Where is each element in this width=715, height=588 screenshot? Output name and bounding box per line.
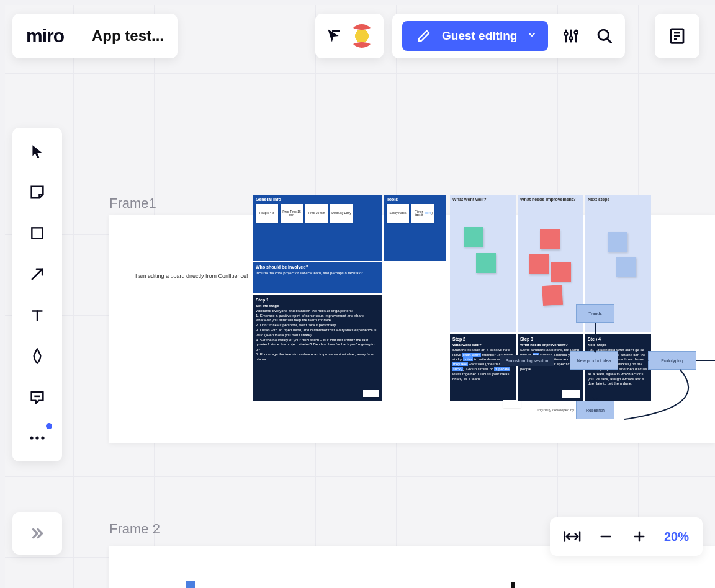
credit-text: Originally developed by — [536, 408, 574, 412]
guest-editing-button[interactable]: Guest editing — [402, 21, 548, 51]
edit-note-text: I am editing a board directly from Confl… — [135, 273, 248, 279]
step1-time: 5 min — [363, 390, 379, 397]
flow-line — [696, 360, 715, 361]
shape-tool[interactable] — [24, 220, 51, 247]
flow-line — [595, 323, 596, 351]
sticky-blue[interactable] — [616, 257, 636, 277]
presence-panel — [315, 14, 384, 58]
step3-heading: What needs improvement? — [520, 343, 581, 348]
step2-card: Step 2 What went well? Start the session… — [450, 334, 516, 401]
retro-template: General info People 4-8 Prep Time 15 min… — [253, 195, 651, 401]
tools-note: Sticky notes — [387, 204, 409, 223]
notes-panel-button[interactable] — [655, 14, 699, 58]
flow-trends[interactable]: Trends — [576, 304, 614, 323]
sticky-red[interactable] — [540, 229, 560, 249]
step1-body: Welcome everyone and establish the rules… — [256, 309, 380, 362]
well-light-card: What went well? — [450, 195, 516, 332]
flow-idea[interactable]: New product idea — [570, 351, 618, 370]
flow-line — [554, 360, 570, 361]
step4-heading: Next steps — [588, 343, 649, 348]
gi-note: Difficulty Easy — [330, 204, 353, 223]
board-header: miro App test... — [12, 14, 178, 58]
zoom-out-button[interactable] — [597, 528, 614, 545]
svg-point-19 — [35, 436, 38, 439]
flow-research[interactable]: Research — [576, 401, 614, 419]
gi-note: People 4-8 — [256, 204, 278, 223]
frame1[interactable]: I am editing a board directly from Confl… — [109, 215, 715, 443]
svg-rect-13 — [32, 228, 42, 238]
svg-point-6 — [575, 31, 578, 34]
expand-panel-button[interactable] — [12, 512, 62, 555]
board-name[interactable]: App test... — [92, 27, 164, 45]
top-center-cluster: Guest editing — [315, 14, 625, 58]
flow-line — [595, 370, 596, 401]
pen-tool[interactable] — [24, 342, 51, 370]
guest-editing-label: Guest editing — [442, 29, 517, 43]
improve-light-card: What needs improvement? — [518, 195, 583, 332]
fit-to-screen-button[interactable] — [564, 528, 581, 545]
step3-title: Step 3 — [520, 337, 581, 341]
miro-logo[interactable]: miro — [26, 25, 64, 47]
sticky-red[interactable] — [542, 285, 563, 306]
zoom-percent[interactable]: 20% — [664, 530, 689, 544]
sticky-red[interactable] — [529, 254, 549, 274]
step2-title: Step 2 — [452, 337, 513, 341]
select-tool[interactable] — [24, 138, 51, 165]
frame1-label: Frame1 — [109, 195, 156, 212]
sticky-note-tool[interactable] — [24, 179, 51, 206]
sticky-blue[interactable] — [608, 232, 627, 252]
involved-card: Who should be involved? Include the core… — [253, 262, 382, 293]
flow-proto[interactable]: Prototyping — [648, 351, 696, 370]
frame2-label: Frame 2 — [109, 521, 160, 537]
gi-note: Time 30 min — [305, 204, 328, 223]
frame2-shape — [186, 581, 195, 588]
svg-point-5 — [570, 37, 573, 40]
svg-point-18 — [30, 436, 33, 439]
separator — [78, 24, 78, 48]
improve-title: What needs improvement? — [520, 197, 581, 202]
arrow-down-icon — [592, 397, 598, 401]
text-tool[interactable] — [24, 301, 51, 329]
zoom-controls: 20% — [550, 517, 703, 556]
sticky-green[interactable] — [476, 253, 496, 273]
well-title: What went well? — [452, 197, 513, 202]
step4-title: Step 4 — [588, 337, 649, 341]
involved-body: Include the core project or service team… — [256, 271, 380, 276]
pencil-icon — [413, 25, 434, 47]
svg-point-20 — [41, 436, 44, 439]
step3-time: 10 min — [562, 390, 580, 398]
more-tools[interactable] — [24, 424, 51, 452]
step1-card: Step 1 Set the stage Welcome everyone an… — [253, 295, 382, 401]
notes-icon — [668, 27, 686, 45]
chevron-right-double-icon — [29, 525, 45, 541]
svg-line-14 — [32, 269, 42, 279]
involved-title: Who should be involved? — [256, 265, 380, 269]
board-canvas[interactable]: Frame1 I am editing a board directly fro… — [5, 5, 715, 588]
general-info-card: General info People 4-8 Prep Time 15 min… — [253, 195, 382, 261]
arrow-tool[interactable] — [24, 261, 51, 288]
settings-button[interactable] — [560, 25, 582, 47]
user-avatar[interactable] — [350, 24, 374, 48]
comment-tool[interactable] — [24, 383, 51, 411]
flow-brainstorm[interactable]: Brainstorming session — [500, 355, 554, 366]
arrow-right-icon — [644, 357, 649, 363]
left-toolbar — [12, 128, 62, 461]
tools-note: Timer (get it here) — [411, 204, 434, 223]
actions-panel: Guest editing — [392, 14, 625, 58]
arrow-down-icon — [592, 349, 598, 353]
step2-heading: What went well? — [452, 343, 513, 348]
svg-rect-0 — [332, 30, 340, 32]
cursor-presence-icon[interactable] — [325, 28, 341, 44]
frame2-shape — [511, 582, 515, 588]
zoom-in-button[interactable] — [631, 528, 648, 545]
svg-line-8 — [608, 39, 611, 43]
chevron-down-icon — [527, 29, 537, 43]
step1-heading: Set the stage — [256, 304, 380, 309]
search-button[interactable] — [594, 25, 615, 47]
tools-card: Tools Sticky notes Timer (get it here) — [384, 195, 446, 261]
sticky-green[interactable] — [464, 227, 483, 247]
sticky-red[interactable] — [551, 262, 571, 282]
svg-point-4 — [565, 32, 568, 35]
next-title: Next steps — [588, 197, 649, 202]
flow-line — [618, 360, 648, 361]
